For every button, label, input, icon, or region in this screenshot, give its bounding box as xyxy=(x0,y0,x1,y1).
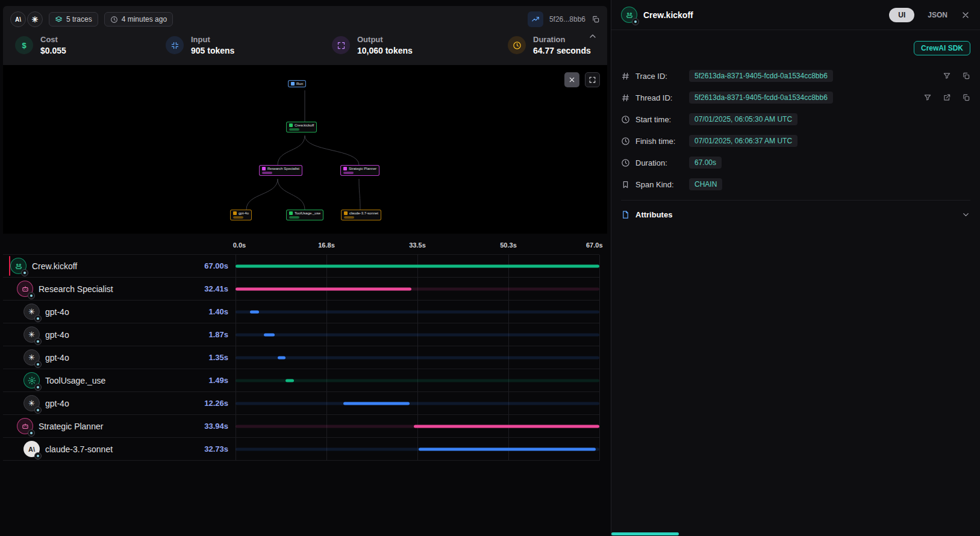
copy-icon[interactable] xyxy=(962,72,970,80)
waterfall-row[interactable]: ✳gpt-4o1.35s xyxy=(3,346,599,369)
span-duration: 1.49s xyxy=(208,376,228,385)
span-type-badge xyxy=(34,407,42,414)
chevron-up-icon[interactable] xyxy=(588,31,598,41)
axis-tick-label: 50.3s xyxy=(500,242,517,249)
span-duration: 1.87s xyxy=(208,330,228,339)
graph-node-label: gpt-4o xyxy=(239,211,249,215)
ui-view-toggle[interactable]: UI xyxy=(889,8,914,22)
close-graph-button[interactable] xyxy=(564,72,579,87)
waterfall-row[interactable]: ToolUsage._use1.49s xyxy=(3,369,599,392)
trace-graph-panel[interactable]: RunCrew.kickoffResearch SpecialistStrate… xyxy=(3,65,607,234)
agent-icon xyxy=(17,281,33,297)
graph-node-duration-chip xyxy=(344,216,354,219)
span-duration: 1.35s xyxy=(208,353,228,362)
waterfall-chart: 0.0s16.8s33.5s50.3s67.0s Crew.kickoff67.… xyxy=(3,234,607,461)
attributes-section-header[interactable]: Attributes xyxy=(621,200,970,229)
axis-tick-label: 67.0s xyxy=(586,242,603,249)
waterfall-row[interactable]: Strategic Planner33.94s xyxy=(3,415,599,438)
detail-label: Span Kind: xyxy=(635,180,684,189)
graph-node[interactable]: claude-3.7-sonnet xyxy=(341,210,381,220)
waterfall-row-track xyxy=(236,369,599,391)
span-type-badge xyxy=(28,429,35,437)
detail-label: Thread ID: xyxy=(635,93,684,102)
span-duration: 33.94s xyxy=(204,422,228,431)
graph-node[interactable]: Crew.kickoff xyxy=(286,122,317,132)
waterfall-row-label: ToolUsage._use1.49s xyxy=(3,372,236,388)
span-detail-body: CrewAI SDK Trace ID:5f2613da-8371-9405-f… xyxy=(611,30,980,229)
file-icon xyxy=(621,210,630,219)
json-view-toggle[interactable]: JSON xyxy=(928,11,947,19)
waterfall-row-track xyxy=(236,323,599,346)
span-name: Crew.kickoff xyxy=(32,261,77,271)
stat-input-label: Input xyxy=(191,35,234,44)
duration-bar xyxy=(414,425,599,428)
axis-tick-label: 33.5s xyxy=(409,242,426,249)
waterfall-row-label: ✳gpt-4o12.26s xyxy=(3,395,236,411)
duration-track xyxy=(236,402,599,405)
waterfall-row-label: Crew.kickoff67.00s xyxy=(3,258,236,274)
detail-value: 07/01/2025, 06:06:37 AM UTC xyxy=(689,135,797,147)
filter-icon[interactable] xyxy=(943,72,951,80)
trace-age-badge: 4 minutes ago xyxy=(104,12,173,26)
waterfall-row-track xyxy=(236,278,599,300)
span-type-badge xyxy=(632,18,639,25)
graph-node-icon xyxy=(289,211,293,215)
tool-icon xyxy=(23,372,40,388)
stat-cost-value: $0.055 xyxy=(40,46,66,55)
graph-node[interactable]: Run xyxy=(288,80,306,87)
graph-node-icon xyxy=(289,123,293,127)
trace-main: A\ ✳ 5 traces 4 minutes ago 5f26...8bb6 … xyxy=(0,0,611,536)
span-name: gpt-4o xyxy=(45,353,69,363)
span-type-badge xyxy=(28,292,35,299)
detail-value: 5f2613da-8371-9405-fcdd-0a1534cc8bb6 xyxy=(689,92,833,104)
graph-node-label: Strategic Planner xyxy=(349,167,376,170)
trend-icon xyxy=(531,15,540,23)
span-type-badge xyxy=(34,338,42,345)
stat-input-value: 905 tokens xyxy=(191,46,234,55)
traces-count-badge[interactable]: 5 traces xyxy=(49,12,98,26)
graph-node[interactable]: gpt-4o xyxy=(230,210,252,220)
axis-tick-label: 16.8s xyxy=(318,242,335,249)
waterfall-row[interactable]: A\claude-3.7-sonnet32.73s xyxy=(3,438,599,461)
graph-node[interactable]: Strategic Planner xyxy=(340,165,379,176)
duration-bar xyxy=(286,379,294,382)
filter-icon[interactable] xyxy=(923,93,932,102)
waterfall-row[interactable]: ✳gpt-4o1.40s xyxy=(3,301,599,323)
dollar-icon: $ xyxy=(15,36,33,54)
detail-label: Trace ID: xyxy=(635,72,684,81)
copy-icon[interactable] xyxy=(591,15,600,23)
arrows-in-icon xyxy=(170,41,179,50)
anthropic-logo-icon: A\ xyxy=(10,11,26,27)
openai-icon: ✳ xyxy=(23,395,40,411)
external-icon[interactable] xyxy=(943,93,951,102)
copy-icon[interactable] xyxy=(962,93,970,102)
horizontal-scrollbar-thumb[interactable] xyxy=(611,532,679,535)
arrows-out-icon xyxy=(337,41,346,50)
graph-node[interactable]: Research Specialist xyxy=(259,165,302,176)
waterfall-row[interactable]: Research Specialist32.41s xyxy=(3,278,599,301)
waterfall-row[interactable]: Crew.kickoff67.00s xyxy=(3,255,599,278)
span-name: ToolUsage._use xyxy=(45,376,105,385)
graph-node[interactable]: ToolUsage._use xyxy=(286,210,323,220)
expand-graph-button[interactable] xyxy=(585,72,600,87)
detail-value: 5f2613da-8371-9405-fcdd-0a1534cc8bb6 xyxy=(689,70,833,82)
waterfall-row-label: Strategic Planner33.94s xyxy=(3,418,236,434)
graph-node-label: Research Specialist xyxy=(267,167,299,170)
waterfall-row-label: ✳gpt-4o1.35s xyxy=(3,349,236,366)
duration-bar xyxy=(264,333,275,336)
openai-icon: ✳ xyxy=(23,349,40,366)
span-type-badge xyxy=(34,384,42,391)
metrics-chart-button[interactable] xyxy=(528,11,543,27)
close-panel-icon[interactable] xyxy=(961,10,970,20)
trace-age-label: 4 minutes ago xyxy=(122,15,167,23)
detail-value: CHAIN xyxy=(689,178,722,190)
stat-output-label: Output xyxy=(357,35,413,44)
span-duration: 1.40s xyxy=(208,307,228,316)
graph-node-label: claude-3.7-sonnet xyxy=(349,211,378,215)
graph-node-label: Run xyxy=(296,82,303,86)
waterfall-row[interactable]: ✳gpt-4o12.26s xyxy=(3,392,599,415)
graph-node-icon xyxy=(233,211,237,215)
waterfall-row-label: Research Specialist32.41s xyxy=(3,281,236,297)
span-name: gpt-4o xyxy=(45,330,69,340)
waterfall-row[interactable]: ✳gpt-4o1.87s xyxy=(3,323,599,346)
